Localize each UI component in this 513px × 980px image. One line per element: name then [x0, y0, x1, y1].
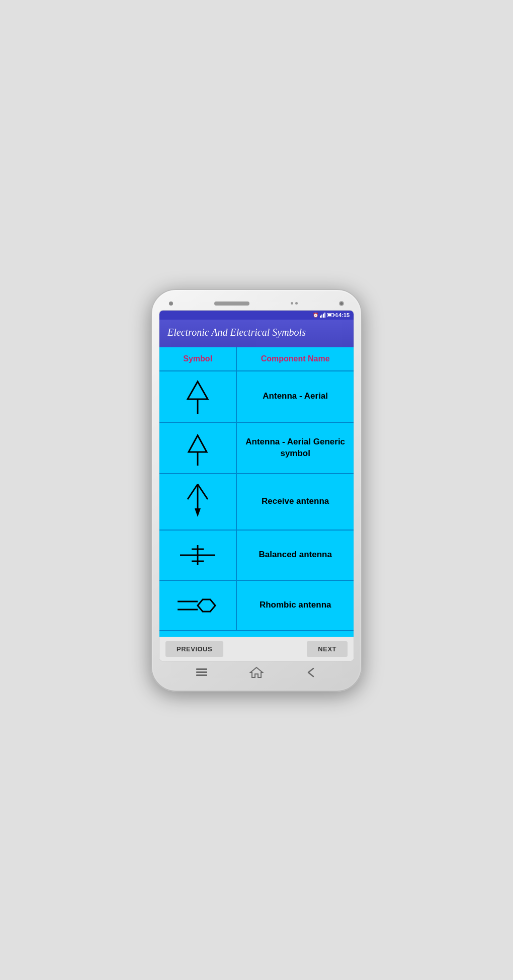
table-row: Rhombic antenna [159, 581, 354, 631]
phone-top-bar [159, 299, 354, 310]
svg-line-5 [198, 484, 208, 499]
symbol-antenna-aerial-generic [159, 423, 237, 473]
symbol-receive-antenna [159, 474, 237, 530]
svg-marker-0 [188, 382, 208, 399]
menu-icon[interactable] [194, 666, 209, 679]
svg-marker-7 [195, 508, 201, 517]
phone-device: ⏰ 14:15 Electronic And Electrical Symbol… [151, 289, 362, 692]
next-button[interactable]: NEXT [307, 641, 348, 657]
home-icon[interactable] [249, 666, 264, 679]
name-rhombic-antenna: Rhombic antenna [237, 581, 354, 630]
name-antenna-aerial-generic: Antenna - Aerial Generic symbol [237, 423, 354, 473]
name-antenna-aerial: Antenna - Aerial [237, 371, 354, 422]
app-header: Electronic And Electrical Symbols [159, 320, 354, 347]
back-icon[interactable] [304, 666, 319, 679]
status-time: 14:15 [335, 312, 350, 318]
svg-rect-16 [196, 671, 207, 673]
phone-dots [291, 302, 298, 305]
symbol-rhombic-antenna [159, 581, 237, 630]
phone-screen: ⏰ 14:15 Electronic And Electrical Symbol… [159, 310, 354, 661]
svg-rect-17 [196, 674, 207, 676]
bottom-nav: PREVIOUS NEXT [159, 637, 354, 661]
name-receive-antenna: Receive antenna [237, 474, 354, 530]
table-header-row: Symbol Component Name [159, 347, 354, 371]
alarm-icon: ⏰ [313, 313, 318, 318]
battery-icon [327, 313, 334, 317]
camera-dot [169, 301, 173, 306]
phone-speaker [214, 301, 249, 306]
header-component-name: Component Name [237, 347, 354, 370]
table-row: Antenna - Aerial [159, 371, 354, 423]
svg-marker-14 [198, 599, 215, 612]
svg-rect-15 [196, 668, 207, 670]
front-camera [339, 301, 344, 306]
table-row: Receive antenna [159, 474, 354, 531]
table-row: Antenna - Aerial Generic symbol [159, 423, 354, 474]
name-balanced-antenna: Balanced antenna [237, 531, 354, 580]
svg-marker-18 [250, 667, 263, 677]
table-row: Balanced antenna [159, 531, 354, 581]
svg-line-4 [188, 484, 198, 499]
header-symbol: Symbol [159, 347, 237, 370]
signal-icon [320, 313, 325, 318]
app-title: Electronic And Electrical Symbols [167, 327, 346, 338]
table-area: Symbol Component Name Antenna - Aerial [159, 347, 354, 637]
svg-marker-2 [189, 435, 207, 452]
previous-button[interactable]: PREVIOUS [165, 641, 223, 657]
status-icons: ⏰ 14:15 [313, 312, 350, 318]
symbol-antenna-aerial [159, 371, 237, 422]
symbol-balanced-antenna [159, 531, 237, 580]
phone-bottom-bar [159, 661, 354, 682]
status-bar: ⏰ 14:15 [159, 311, 354, 320]
